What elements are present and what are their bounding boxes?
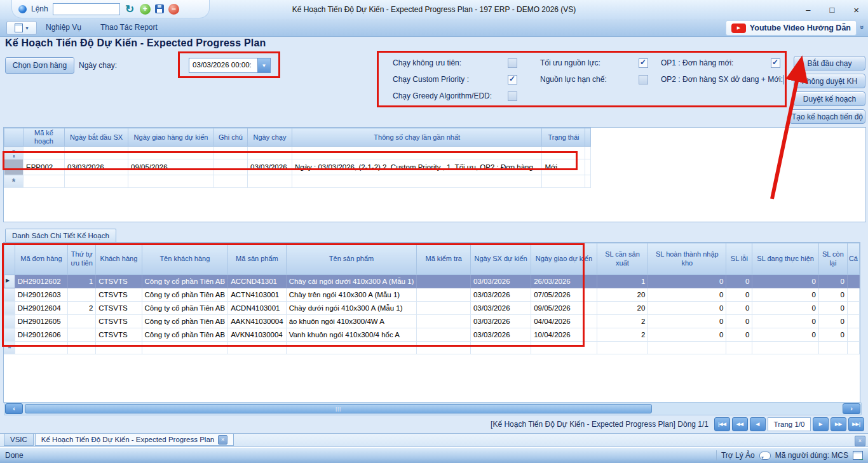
filter-cell[interactable] [248,147,292,159]
cell-sl-can-san-xuat[interactable]: 20 [597,288,648,302]
cell-sl-loi[interactable]: 0 [726,302,752,315]
user-session-icon[interactable] [853,451,863,460]
filter-cell[interactable] [128,147,214,159]
tab-danh-sach-chi-tiet[interactable]: Danh Sách Chi Tiết Kế Hoạch [5,229,116,242]
cell-ngay-giao-du-kien[interactable]: 04/04/2026 [531,315,597,328]
cell-ten-khach-hang[interactable]: Công ty cổ phần Tiên AB [142,328,228,342]
cell-ca[interactable] [847,328,859,342]
cell-ngay-giao-du-kien[interactable]: 26/03/2026 [531,275,597,288]
table-row[interactable]: DH29012605 CTSVTS Công ty cổ phần Tiên A… [4,315,860,328]
cell-khach-hang[interactable]: CTSVTS [96,288,142,302]
cell-thu-tu-uu-tien[interactable] [68,315,96,328]
refresh-icon[interactable]: ↻ [125,3,135,16]
option-checkbox[interactable] [771,58,780,68]
maximize-button[interactable]: □ [829,5,834,15]
cell-ngay-giao-du-kien[interactable]: 10/04/2026 [531,328,597,342]
column-header[interactable]: SL đang thực hiện [752,243,819,275]
cell-ten-khach-hang[interactable]: Công ty cổ phần Tiên AB [142,275,228,288]
chat-bubble-icon[interactable] [759,452,771,460]
cell-sl-loi[interactable]: 0 [726,315,752,328]
fast-next-page-button[interactable]: ▶▶ [831,417,846,431]
cell-ten-san-pham[interactable]: Vanh khuôn ngói 410x300/4 hốc A [286,328,417,342]
cell-thong-so[interactable]: Ngày : 03/03/2026, (2-1-2) 2. Custom Pri… [292,159,542,175]
cell-sl-can-san-xuat[interactable]: 2 [597,315,648,328]
prev-page-button[interactable]: ◀ [750,417,766,431]
cell-ca[interactable] [847,288,859,302]
select-order-button[interactable]: Chọn Đơn hàng [5,57,74,74]
action-button[interactable]: Tạo kế hoạch tiến độ [789,109,865,124]
column-header[interactable]: Ghi chú [214,128,248,147]
cell-ngay-giao[interactable]: 09/05/2026 [128,159,214,175]
cell-ma-kiem-tra[interactable] [417,302,471,315]
cell-ma-kiem-tra[interactable] [417,315,471,328]
option-checkbox[interactable] [639,75,648,84]
cell-ma-ke-hoach[interactable]: EPP002 [24,159,65,175]
last-page-button[interactable]: ▶▶| [848,417,864,431]
table-row[interactable]: DH29012602 1 CTSVTS Công ty cổ phần Tiên… [4,275,860,288]
cell-ngay-sx-du-kien[interactable]: 03/03/2026 [470,302,531,315]
column-header[interactable]: Khách hàng [96,243,142,275]
action-button[interactable]: Duyệt kế hoạch [794,91,865,106]
cell-sl-dang-thuc-hien[interactable]: 0 [752,315,819,328]
cell-sl-con-lai[interactable]: 0 [818,275,847,288]
cell-ma-kiem-tra[interactable] [417,275,471,288]
ribbon-more-button[interactable]: » [858,22,867,33]
cell-ngay-sx-du-kien[interactable]: 03/03/2026 [470,315,531,328]
tab-vsic[interactable]: VSIC [4,434,34,446]
cell-ma-san-pham[interactable]: AAKN41030004 [228,315,286,328]
cell-ten-san-pham[interactable]: Chày cái ngói dưới 410x300 A (Mẫu 1) [286,275,417,288]
cell-sl-dang-thuc-hien[interactable]: 0 [752,275,819,288]
column-header[interactable]: Mã kiểm tra [417,243,471,275]
table-row[interactable]: DH29012606 CTSVTS Công ty cổ phần Tiên A… [4,328,860,342]
action-button[interactable]: Bắt đầu chạy [794,56,865,70]
cell-sl-loi[interactable]: 0 [726,288,752,302]
cell-sl-con-lai[interactable]: 0 [818,315,847,328]
horizontal-scrollbar[interactable]: ‹ ||| › [4,402,862,415]
cell-ten-san-pham[interactable]: Chày trên ngói 410x300 A (Mẫu 1) [286,288,417,302]
cell-sl-con-lai[interactable]: 0 [818,328,847,342]
cell-sl-hoan-thanh[interactable]: 0 [648,302,726,315]
cell-ngay-sx-du-kien[interactable]: 03/03/2026 [470,328,531,342]
table-row[interactable]: DH29012604 2 CTSVTS Công ty cổ phần Tiên… [4,302,860,315]
cell-khach-hang[interactable]: CTSVTS [96,275,142,288]
tab-expected-progress-plan[interactable]: Kế Hoạch Tiến Độ Dự Kiến - Expected Prog… [35,434,234,446]
add-icon[interactable]: + [140,4,151,15]
cell-sl-can-san-xuat[interactable]: 20 [597,302,648,315]
column-header[interactable]: Tên khách hàng [142,243,228,275]
option-checkbox[interactable] [508,58,517,68]
filter-cell[interactable] [292,147,542,159]
command-input[interactable] [53,3,120,15]
ribbon-tab-nghiep-vu[interactable]: Nghiệp Vụ [46,19,81,36]
cell-ma-kiem-tra[interactable] [417,288,471,302]
row-selector[interactable] [4,288,15,302]
remove-icon[interactable]: − [168,4,179,15]
cell-ma-don-hang[interactable]: DH29012604 [15,302,67,315]
cell-sl-loi[interactable]: 0 [726,328,752,342]
column-header[interactable]: SL lỗi [726,243,752,275]
option-checkbox[interactable] [508,91,517,101]
cell-sl-hoan-thanh[interactable]: 0 [648,275,726,288]
cell-khach-hang[interactable]: CTSVTS [96,302,142,315]
cell-ca[interactable] [847,275,859,288]
cell-ma-san-pham[interactable]: ACDN4103001 [228,302,286,315]
cell-sl-dang-thuc-hien[interactable]: 0 [752,302,819,315]
column-header[interactable]: Tên sản phẩm [286,243,417,275]
row-selector[interactable] [4,315,15,328]
column-header[interactable]: Thứ tự ưu tiên [68,243,96,275]
cell-sl-hoan-thanh[interactable]: 0 [648,315,726,328]
save-icon[interactable] [155,4,164,13]
row-selector[interactable] [4,302,15,315]
cell-ngay-sx-du-kien[interactable]: 03/03/2026 [470,288,531,302]
cell-sl-con-lai[interactable]: 0 [818,302,847,315]
column-header[interactable]: Trạng thái [542,128,585,147]
table-row[interactable]: DH29012603 CTSVTS Công ty cổ phần Tiên A… [4,288,860,302]
cell-ngay-sx-du-kien[interactable]: 03/03/2026 [470,275,531,288]
filter-cell[interactable] [542,147,585,159]
column-header[interactable]: SL hoàn thành nhập kho [648,243,726,275]
row-selector[interactable] [4,328,15,342]
run-date-picker[interactable]: 03/03/2026 00:00: ▼ [189,58,271,73]
row-selector[interactable] [4,159,24,175]
filter-cell[interactable] [214,147,248,159]
cell-thu-tu-uu-tien[interactable] [68,288,96,302]
table-row[interactable]: EPP002 03/03/2026 09/05/2026 03/03/2026 … [4,159,591,175]
